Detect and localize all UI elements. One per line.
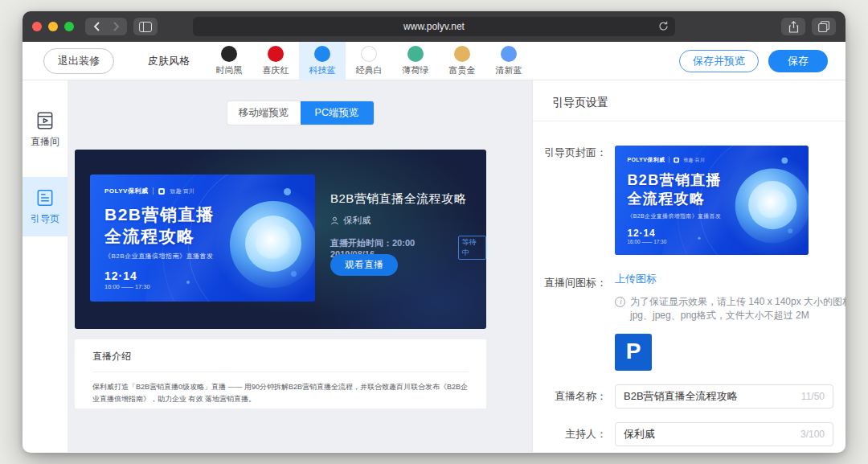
reload-icon[interactable] bbox=[658, 21, 669, 31]
skin-option-white[interactable]: 经典白 bbox=[346, 42, 392, 80]
banner-rings-graphic bbox=[209, 180, 315, 302]
cover-banner-thumb: POLYV保利威 致趣·百川 B2B营销直播全流程攻略 《B2B企业直播倍增指南… bbox=[615, 146, 809, 255]
cover-label: 引导页封面： bbox=[533, 146, 607, 160]
skin-option-gold[interactable]: 富贵金 bbox=[439, 42, 485, 80]
swatch-label: 经典白 bbox=[356, 64, 383, 76]
sidebar-item-live-room[interactable]: 直播间 bbox=[23, 100, 68, 159]
banner-time: 16:00 —— 17:30 bbox=[104, 283, 150, 290]
skin-swatches: 时尚黑 喜庆红 科技蓝 经典白 薄荷绿 bbox=[206, 42, 532, 80]
live-name-value: B2B营销直播全流程攻略 bbox=[624, 389, 796, 404]
live-name-counter: 11/50 bbox=[801, 391, 825, 402]
host-label: 主持人： bbox=[533, 427, 607, 441]
skin-style-label: 皮肤风格 bbox=[148, 54, 190, 68]
swatch-color-white bbox=[361, 46, 377, 62]
back-button[interactable] bbox=[87, 18, 106, 35]
live-name-label: 直播名称： bbox=[533, 389, 607, 404]
editor-toolbar: 退出装修 皮肤风格 时尚黑 喜庆红 科技蓝 经典白 bbox=[23, 42, 845, 80]
swatch-color-lightblue bbox=[501, 46, 517, 62]
banner-date: 12·14 bbox=[104, 269, 137, 282]
live-host-name: 保利威 bbox=[343, 215, 371, 227]
settings-title: 引导页设置 bbox=[533, 80, 845, 121]
swatch-label: 富贵金 bbox=[449, 64, 476, 76]
preview-area: 移动端预览 PC端预览 POLYV保利威 致趣·百川 bbox=[68, 80, 532, 452]
info-icon bbox=[615, 297, 625, 307]
swatch-color-black bbox=[221, 46, 237, 62]
upload-icon-link[interactable]: 上传图标 bbox=[615, 272, 657, 286]
swatch-label: 时尚黑 bbox=[216, 64, 243, 76]
skin-option-lightblue[interactable]: 清新蓝 bbox=[485, 42, 532, 80]
browser-chrome: www.polyv.net bbox=[23, 11, 845, 42]
browser-window: www.polyv.net 退出装修 皮肤风格 时尚黑 bbox=[23, 11, 845, 453]
tab-pc-preview[interactable]: PC端预览 bbox=[301, 101, 374, 125]
swatch-label: 科技蓝 bbox=[309, 64, 336, 76]
banner-title: B2B营销直播全流程攻略 bbox=[104, 203, 215, 247]
cover-field-row: 引导页封面： POLYV保利威 bbox=[533, 146, 845, 255]
live-intro-card: 直播介绍 保利威打造「B2B营销直播0级攻略」直播 —— 用90分钟拆解B2B营… bbox=[75, 339, 486, 409]
sidebar-item-guide-page[interactable]: 引导页 bbox=[23, 177, 68, 236]
chrome-right-buttons bbox=[781, 18, 836, 35]
divider bbox=[92, 372, 469, 372]
traffic-lights bbox=[32, 22, 74, 31]
polyv-p-logo: P bbox=[626, 339, 641, 364]
cover-thumbnail[interactable]: POLYV保利威 致趣·百川 B2B营销直播全流程攻略 《B2B企业直播倍增指南… bbox=[615, 146, 809, 255]
room-icon-preview: P bbox=[615, 334, 652, 371]
partner-logo-icon bbox=[158, 188, 165, 195]
url-text: www.polyv.net bbox=[403, 21, 465, 32]
forward-button[interactable] bbox=[106, 18, 125, 35]
swatch-label: 清新蓝 bbox=[496, 64, 522, 76]
nav-buttons bbox=[85, 18, 127, 35]
guide-page-preview-panel: POLYV保利威 致趣·百川 B2B营销直播全流程攻略 《B2B企业直播倍增指南… bbox=[75, 150, 486, 329]
skin-option-black[interactable]: 时尚黑 bbox=[206, 42, 252, 80]
icon-tip-text: 为了保证显示效果，请上传 140 x 140px 大小的图标，支持jpg、jpe… bbox=[630, 295, 845, 322]
swatch-label: 薄荷绿 bbox=[403, 64, 429, 76]
banner-logos: POLYV保利威 致趣·百川 bbox=[104, 187, 194, 195]
fullscreen-button[interactable] bbox=[64, 22, 74, 31]
swatch-color-green bbox=[407, 46, 424, 62]
banner-subtitle: 《B2B企业直播倍增指南》直播首发 bbox=[104, 252, 214, 261]
status-badge: 等待中 bbox=[458, 236, 486, 260]
save-button[interactable]: 保存 bbox=[768, 50, 828, 72]
live-name-input[interactable]: B2B营销直播全流程攻略 11/50 bbox=[615, 384, 833, 409]
tab-mobile-preview[interactable]: 移动端预览 bbox=[227, 101, 301, 125]
sidebar-item-label: 引导页 bbox=[31, 212, 59, 226]
save-and-preview-button[interactable]: 保存并预览 bbox=[679, 50, 759, 72]
host-counter: 3/100 bbox=[800, 429, 825, 440]
live-name-field-row: 直播名称： B2B营销直播全流程攻略 11/50 bbox=[533, 384, 845, 409]
live-cover-banner: POLYV保利威 致趣·百川 B2B营销直播全流程攻略 《B2B企业直播倍增指南… bbox=[90, 175, 315, 302]
swatch-color-gold bbox=[454, 46, 470, 62]
left-sidebar: 直播间 引导页 bbox=[23, 80, 68, 452]
url-bar[interactable]: www.polyv.net bbox=[193, 17, 675, 36]
swatch-label: 喜庆红 bbox=[263, 64, 289, 76]
live-intro-text: 保利威打造「B2B营销直播0级攻略」直播 —— 用90分钟拆解B2B营销直播全流… bbox=[92, 381, 469, 405]
guide-page-settings-panel: 引导页设置 引导页封面： POLYV保利威 bbox=[532, 80, 845, 452]
skin-option-blue-selected[interactable]: 科技蓝 bbox=[299, 42, 346, 80]
host-input[interactable]: 保利威 3/100 bbox=[615, 422, 833, 446]
polyv-logo: POLYV保利威 bbox=[104, 187, 148, 195]
icon-field-row: 直播间图标： 上传图标 为了保证显示效果，请上传 140 x 140px 大小的… bbox=[533, 271, 845, 371]
icon-upload-tip: 为了保证显示效果，请上传 140 x 140px 大小的图标，支持jpg、jpe… bbox=[615, 295, 845, 322]
desktop: www.polyv.net 退出装修 皮肤风格 时尚黑 bbox=[0, 0, 868, 464]
tabs-overview-icon[interactable] bbox=[812, 18, 836, 35]
preview-device-tabs: 移动端预览 PC端预览 bbox=[227, 101, 374, 125]
live-room-icon bbox=[35, 110, 55, 131]
partner-logo-text: 致趣·百川 bbox=[170, 187, 194, 195]
host-field-row: 主持人： 保利威 3/100 bbox=[533, 422, 845, 446]
icon-label: 直播间图标： bbox=[533, 271, 607, 290]
skin-option-green[interactable]: 薄荷绿 bbox=[392, 42, 439, 80]
exit-decoration-button[interactable]: 退出装修 bbox=[43, 48, 114, 74]
share-icon[interactable] bbox=[781, 18, 805, 35]
host-value: 保利威 bbox=[624, 427, 796, 441]
watch-live-button[interactable]: 观看直播 bbox=[330, 254, 398, 276]
skin-option-red[interactable]: 喜庆红 bbox=[252, 42, 299, 80]
close-button[interactable] bbox=[32, 22, 42, 31]
live-title: B2B营销直播全流程攻略 bbox=[330, 191, 466, 207]
minimize-button[interactable] bbox=[48, 22, 58, 31]
guide-page-icon bbox=[35, 187, 55, 208]
live-intro-heading: 直播介绍 bbox=[92, 350, 469, 363]
person-icon bbox=[330, 216, 339, 225]
swatch-color-red bbox=[268, 46, 284, 62]
swatch-color-blue bbox=[314, 46, 330, 62]
sidebar-toggle-icon[interactable] bbox=[133, 18, 158, 35]
sidebar-item-label: 直播间 bbox=[31, 135, 59, 149]
live-host-row: 保利威 bbox=[330, 215, 371, 227]
